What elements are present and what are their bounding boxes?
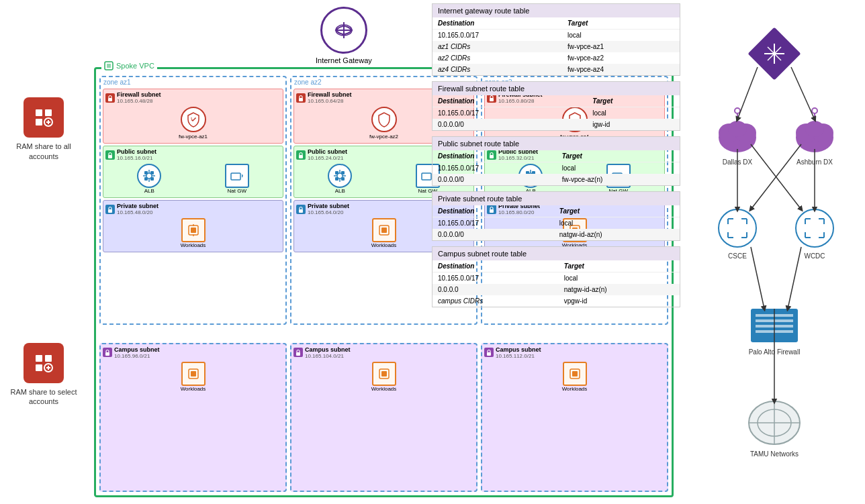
- firewall-subnet-az1: Firewall subnet 10.165.0.48/28 fw-vpce-a…: [103, 89, 283, 144]
- ram-all-label: RAM share to all accounts: [3, 142, 84, 161]
- igw-route-table: Internet gateway route table Destination…: [432, 3, 680, 76]
- igw-container: Internet Gateway: [316, 7, 372, 64]
- wcdc-node: WCDC: [796, 209, 833, 260]
- csce-node: CSCE: [719, 209, 756, 260]
- campus-rt-header: Campus subnet route table: [432, 247, 680, 260]
- igw-rt-header: Internet gateway route table: [432, 4, 680, 17]
- svg-rect-40: [335, 171, 338, 174]
- ram-select-item: RAM share to select accounts: [3, 343, 84, 407]
- public-subnet-az1: Public subnet 10.165.16.0/21 ALB: [103, 146, 283, 198]
- left-panel: RAM share to all accounts RAM share to s…: [0, 0, 87, 504]
- tamu-networks-node: TAMU Networks: [749, 401, 800, 458]
- svg-rect-27: [231, 173, 240, 180]
- lock-icon-priv-az1: [105, 205, 115, 214]
- svg-point-80: [728, 121, 747, 137]
- svg-rect-63: [105, 352, 109, 356]
- svg-rect-7: [45, 355, 52, 362]
- fw-icon-az1: [181, 107, 206, 132]
- svg-rect-43: [341, 177, 345, 181]
- pub-rt-header: Public subnet route table: [432, 137, 680, 150]
- svg-point-89: [812, 108, 817, 113]
- diagram-area: Internet Gateway Spoke VPC zone az1: [87, 0, 684, 504]
- ram-all-icon: [24, 97, 64, 138]
- private-subnet-az1: Private subnet 10.165.48.0/20 Workloads: [103, 200, 283, 252]
- svg-rect-6: [36, 355, 42, 362]
- svg-rect-16: [108, 98, 112, 101]
- route-tables-panel: Internet gateway route table Destination…: [428, 0, 684, 504]
- pub-icons-az1: ALB Nat GW: [105, 162, 281, 195]
- svg-rect-42: [335, 177, 338, 181]
- zone-az1-label: zone az1: [101, 77, 285, 87]
- pub-route-table: Public subnet route table DestinationTar…: [432, 136, 680, 186]
- svg-rect-34: [299, 155, 303, 158]
- svg-rect-25: [144, 177, 148, 181]
- svg-line-128: [751, 247, 764, 309]
- svg-rect-17: [108, 155, 112, 158]
- main-container: RAM share to all accounts RAM share to s…: [0, 0, 865, 504]
- fw-route-table: Firewall subnet route table DestinationT…: [432, 81, 680, 131]
- svg-rect-45: [299, 209, 303, 213]
- svg-rect-41: [341, 171, 345, 174]
- igw-symbol: [320, 7, 367, 54]
- fw-rt-header: Firewall subnet route table: [432, 82, 680, 95]
- svg-rect-8: [36, 364, 42, 371]
- fw-device-az1: fw-vpce-az1: [179, 134, 208, 140]
- spoke-vpc-label: Spoke VPC: [101, 61, 157, 70]
- natgw-label-az1: Nat GW: [228, 188, 246, 194]
- svg-rect-23: [144, 171, 148, 174]
- campus-subnet-az1: Campus subnet10.165.96.0/21 Workloads: [99, 343, 287, 492]
- ram-all-item: RAM share to all accounts: [3, 97, 84, 161]
- svg-text:WCDC: WCDC: [804, 252, 825, 260]
- svg-text:TAMU Networks: TAMU Networks: [750, 450, 799, 458]
- svg-rect-66: [296, 352, 300, 356]
- svg-line-129: [788, 247, 801, 309]
- svg-rect-1: [45, 109, 52, 116]
- svg-point-87: [805, 121, 824, 137]
- svg-rect-0: [36, 109, 42, 116]
- svg-rect-30: [191, 228, 196, 233]
- svg-point-91: [719, 209, 756, 247]
- svg-rect-26: [150, 177, 154, 181]
- priv-route-table: Private subnet route table DestinationTa…: [432, 191, 680, 241]
- pub-subnet-az1-cidr: 10.165.16.0/21: [117, 155, 156, 161]
- ram-select-icon: [24, 343, 64, 383]
- zone-az1: zone az1 Firewall subnet 10.165.0.48/28: [99, 76, 287, 325]
- ram-select-label: RAM share to select accounts: [3, 387, 84, 407]
- alb-label-az1: ALB: [144, 188, 154, 194]
- workloads-label-priv-az1: Workloads: [181, 242, 206, 248]
- svg-rect-33: [299, 98, 303, 101]
- fw-subnet-az1-cidr: 10.165.0.48/28: [117, 98, 161, 104]
- svg-text:CSCE: CSCE: [728, 252, 747, 260]
- svg-rect-47: [381, 228, 387, 233]
- svg-point-101: [796, 209, 833, 247]
- network-diagram: Dallas DX Ashburn DX: [684, 0, 865, 504]
- igw-label: Internet Gateway: [316, 56, 372, 64]
- svg-line-122: [737, 67, 758, 119]
- pub-subnet-az1-name: Public subnet: [117, 148, 156, 155]
- svg-rect-24: [150, 171, 154, 174]
- fw-subnet-az1-name: Firewall subnet: [117, 91, 161, 98]
- svg-line-123: [791, 67, 815, 119]
- campus-route-table: Campus subnet route table DestinationTar…: [432, 246, 680, 307]
- priv-subnet-az1-cidr: 10.165.48.0/20: [117, 209, 158, 215]
- svg-rect-65: [191, 371, 196, 376]
- svg-rect-28: [108, 209, 112, 213]
- priv-rt-header: Private subnet route table: [432, 192, 680, 205]
- svg-point-82: [735, 108, 740, 113]
- lock-icon-pub-az1: [105, 150, 115, 160]
- priv-subnet-az1-name: Private subnet: [117, 203, 158, 209]
- lock-icon-fw-az1: [105, 93, 115, 103]
- svg-rect-68: [381, 371, 387, 376]
- svg-rect-2: [36, 119, 42, 125]
